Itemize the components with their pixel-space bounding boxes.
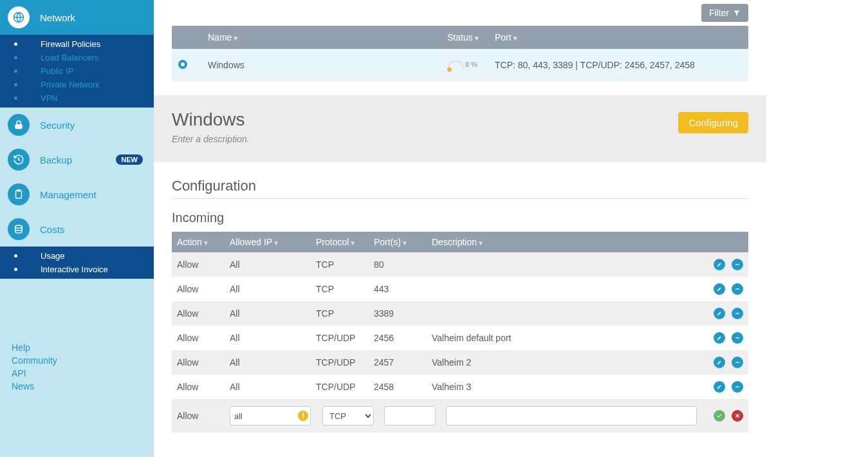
link-community[interactable]: Community [12, 354, 57, 367]
radio-selected-icon[interactable] [178, 60, 187, 69]
new-rule-protocol-select[interactable]: TCP [322, 406, 374, 425]
col-header-action[interactable]: Action▼ [172, 237, 225, 247]
rule-desc: Valheim 3 [427, 382, 702, 392]
policy-detail-band: Windows Enter a description. Configuring [154, 95, 766, 162]
remove-icon[interactable] [732, 308, 743, 319]
clipboard-icon [8, 183, 30, 205]
svg-rect-5 [735, 264, 739, 265]
policy-status: 8 % [441, 60, 488, 71]
new-rule-port-input[interactable] [384, 406, 436, 425]
confirm-icon[interactable] [714, 410, 725, 422]
configuration-heading: Configuration [172, 178, 748, 199]
sidebar-item-public-ip[interactable]: Public IP [0, 64, 154, 78]
dot-icon [14, 70, 17, 73]
link-api[interactable]: API [12, 367, 57, 380]
rule-action: Allow [172, 308, 225, 319]
sidebar-sub-costs: Usage Interactive Invoice [0, 247, 154, 279]
svg-rect-7 [735, 313, 739, 313]
rule-port: 443 [369, 284, 427, 294]
remove-icon[interactable] [732, 283, 743, 295]
dot-icon [14, 83, 17, 86]
rule-desc: Valheim default port [427, 333, 702, 343]
edit-icon[interactable] [714, 381, 725, 393]
sidebar-section-costs[interactable]: Costs [0, 212, 154, 247]
rule-action: Allow [172, 382, 225, 392]
rule-port: 80 [369, 259, 427, 270]
svg-rect-1 [15, 124, 23, 129]
policies-table-header: Name▼ Status▼ Port▼ [172, 26, 748, 49]
link-news[interactable]: News [12, 380, 57, 393]
svg-point-4 [15, 225, 23, 228]
incoming-heading: Incoming [172, 210, 748, 225]
dot-icon [14, 268, 17, 271]
lock-icon [8, 114, 30, 136]
rule-ip: All [225, 284, 311, 294]
policy-ports: TCP: 80, 443, 3389 | TCP/UDP: 2456, 2457… [488, 60, 748, 70]
rule-action: Allow [172, 259, 225, 270]
col-header-allowed-ip[interactable]: Allowed IP▼ [225, 237, 311, 247]
svg-rect-10 [735, 386, 739, 387]
col-header-name[interactable]: Name▼ [201, 32, 441, 42]
edit-icon[interactable] [714, 332, 725, 344]
sidebar: Network Firewall Policies Load Balancers… [0, 0, 154, 457]
sidebar-item-usage[interactable]: Usage [0, 249, 154, 263]
new-rule-desc-input[interactable] [446, 406, 697, 425]
coins-icon [8, 218, 30, 240]
rule-row: AllowAllTCP/UDP2456Valheim default port [172, 326, 748, 350]
rule-proto: TCP [311, 308, 369, 319]
sidebar-label: Backup [40, 154, 72, 165]
col-header-status[interactable]: Status▼ [441, 32, 488, 42]
sidebar-sub-network: Firewall Policies Load Balancers Public … [0, 35, 154, 107]
rule-ip: All [225, 382, 311, 392]
policy-row[interactable]: Windows 8 % TCP: 80, 443, 3389 | TCP/UDP… [172, 49, 748, 81]
sidebar-footer-links: Help Community API News [12, 341, 57, 393]
rule-row: AllowAllTCP3389 [172, 301, 748, 326]
remove-icon[interactable] [732, 259, 743, 270]
sidebar-section-security[interactable]: Security [0, 107, 154, 142]
new-badge: NEW [116, 154, 143, 165]
warning-icon: ! [298, 411, 308, 421]
sidebar-section-backup[interactable]: Backup NEW [0, 142, 154, 177]
rule-row: AllowAllTCP80 [172, 252, 748, 277]
dot-icon [14, 97, 17, 100]
sidebar-item-load-balancers[interactable]: Load Balancers [0, 51, 154, 64]
remove-icon[interactable] [732, 381, 743, 393]
rule-port: 2457 [369, 357, 427, 368]
remove-icon[interactable] [732, 332, 743, 344]
rule-proto: TCP [311, 284, 369, 294]
gauge-value: 8 % [465, 61, 477, 68]
rule-action: Allow [172, 357, 225, 368]
edit-icon[interactable] [714, 259, 725, 270]
sidebar-item-firewall-policies[interactable]: Firewall Policies [0, 37, 154, 51]
rule-row: AllowAllTCP/UDP2458Valheim 3 [172, 375, 748, 399]
sidebar-item-interactive-invoice[interactable]: Interactive Invoice [0, 263, 154, 276]
policy-description[interactable]: Enter a description. [172, 134, 250, 144]
col-header-protocol[interactable]: Protocol▼ [311, 237, 369, 247]
cancel-icon[interactable] [732, 410, 743, 422]
col-header-description[interactable]: Description▼ [427, 237, 702, 247]
svg-rect-9 [735, 362, 739, 362]
policy-name: Windows [201, 60, 441, 70]
rule-proto: TCP/UDP [311, 382, 369, 392]
link-help[interactable]: Help [12, 341, 57, 354]
edit-icon[interactable] [714, 283, 725, 295]
sidebar-section-management[interactable]: Management [0, 177, 154, 212]
rule-ip: All [225, 259, 311, 270]
edit-icon[interactable] [714, 357, 725, 368]
edit-icon[interactable] [714, 308, 725, 319]
rule-ip: All [225, 308, 311, 319]
rule-proto: TCP/UDP [311, 357, 369, 368]
sidebar-item-private-network[interactable]: Private Network [0, 78, 154, 91]
sidebar-section-network[interactable]: Network [0, 0, 154, 35]
filter-button[interactable]: Filter [701, 4, 748, 22]
sidebar-label: Network [40, 12, 75, 23]
globe-icon [8, 6, 30, 28]
svg-rect-6 [735, 288, 739, 289]
remove-icon[interactable] [732, 357, 743, 368]
rule-port: 2456 [369, 333, 427, 343]
rule-desc: Valheim 2 [427, 357, 702, 368]
col-header-port[interactable]: Port▼ [488, 32, 748, 42]
main-content: Filter Name▼ Status▼ Port▼ Windows 8 % T… [154, 0, 766, 457]
col-header-ports[interactable]: Port(s)▼ [369, 237, 427, 247]
sidebar-item-vpn[interactable]: VPN [0, 91, 154, 105]
